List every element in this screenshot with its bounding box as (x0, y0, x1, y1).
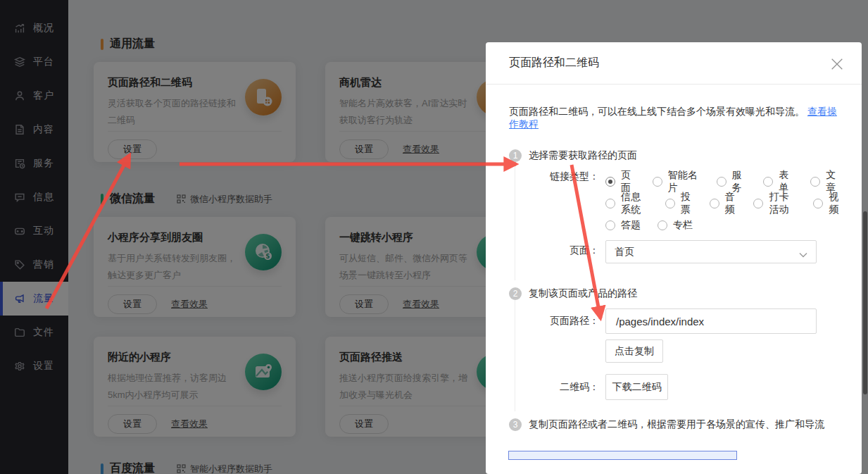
radio-label: 信息系统 (621, 191, 648, 216)
dialog-body: 页面路径和二维码，可以在线上线下结合多个场景有效曝光和导流。 查看操作教程 1 … (486, 85, 862, 474)
radio-icon (717, 177, 727, 187)
intro-text: 页面路径和二维码，可以在线上线下结合多个场景有效曝光和导流。 (509, 106, 805, 117)
radio-icon (710, 199, 719, 208)
qrcode-label: 二维码： (515, 381, 599, 394)
step-number-badge: 2 (509, 287, 522, 300)
radio-icon (665, 199, 675, 208)
radio-label: 投票 (681, 191, 693, 216)
link-type-label: 链接类型： (515, 170, 599, 236)
highlighted-preview-box (508, 451, 737, 460)
radio-selected-icon (605, 177, 615, 187)
radio-label: 打卡活动 (769, 191, 796, 216)
step-3: 3 复制页面路径或者二维码，根据需要用于各场景的宣传、推广和导流 (509, 418, 841, 431)
chevron-down-icon (799, 249, 807, 260)
radio-icon (813, 199, 823, 208)
radio-column[interactable]: 专栏 (658, 219, 693, 232)
step-2: 2 复制该页面或产品的路径 (509, 287, 841, 300)
radio-quiz[interactable]: 答题 (605, 219, 641, 232)
copy-button[interactable]: 点击复制 (605, 339, 663, 363)
page-path-value: /pages/index/index (616, 316, 704, 328)
radio-label: 视频 (829, 191, 841, 216)
radio-video[interactable]: 视频 (813, 191, 841, 216)
page-select-value: 首页 (615, 246, 634, 258)
radio-checkin[interactable]: 打卡活动 (753, 191, 796, 216)
radio-icon (763, 177, 773, 187)
dialog-header: 页面路径和二维码 (486, 42, 862, 85)
step-number-badge: 3 (509, 418, 522, 431)
step-title: 复制该页面或产品的路径 (529, 287, 637, 300)
step-1: 1 选择需要获取路径的页面 (509, 149, 841, 162)
page-label: 页面： (515, 244, 599, 257)
dialog-title: 页面路径和二维码 (509, 56, 599, 70)
radio-audio[interactable]: 音频 (710, 191, 737, 216)
radio-label: 专栏 (673, 219, 693, 232)
radio-icon (605, 199, 615, 208)
radio-label: 答题 (621, 219, 641, 232)
step-title: 复制页面路径或者二维码，根据需要用于各场景的宣传、推广和导流 (529, 418, 824, 431)
download-qrcode-button[interactable]: 下载二维码 (605, 374, 668, 400)
radio-vote[interactable]: 投票 (665, 191, 693, 216)
radio-icon (658, 220, 667, 230)
radio-info-system[interactable]: 信息系统 (605, 191, 648, 216)
page-select[interactable]: 首页 (605, 240, 817, 263)
radio-icon (753, 199, 763, 208)
dialog-intro: 页面路径和二维码，可以在线上线下结合多个场景有效曝光和导流。 查看操作教程 (509, 106, 841, 131)
radio-icon (605, 220, 615, 230)
page-scrollbar[interactable] (863, 211, 867, 394)
page-path-label: 页面路径： (515, 315, 599, 328)
close-icon[interactable] (831, 58, 843, 70)
page-path-qrcode-dialog: 页面路径和二维码 页面路径和二维码，可以在线上线下结合多个场景有效曝光和导流。 … (486, 42, 862, 474)
radio-icon (653, 177, 662, 187)
step-title: 选择需要获取路径的页面 (529, 149, 637, 162)
radio-icon (810, 177, 820, 187)
radio-label: 音频 (725, 191, 737, 216)
step-number-badge: 1 (509, 149, 522, 162)
page-path-input[interactable]: /pages/index/index (605, 308, 817, 334)
